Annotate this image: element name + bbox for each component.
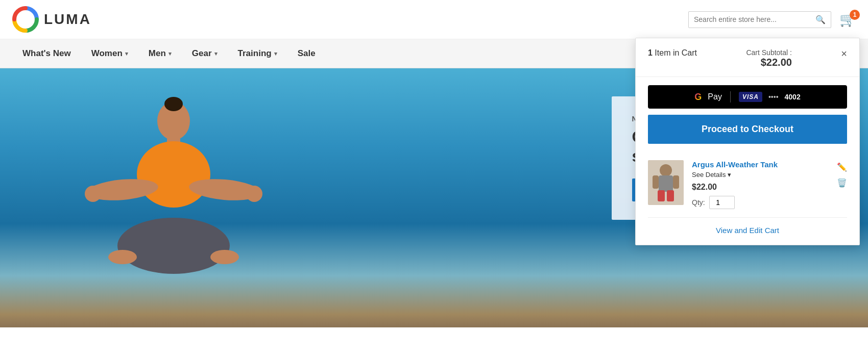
chevron-down-icon: ▾ xyxy=(214,50,218,57)
cart-items-count: 1 Item in Cart xyxy=(648,48,697,58)
svg-point-4 xyxy=(137,141,210,208)
search-box: 🔍 xyxy=(688,11,831,28)
svg-rect-14 xyxy=(658,190,665,201)
cart-item-actions: ✏️ 🗑️ xyxy=(837,160,847,209)
chevron-down-icon: ▾ xyxy=(274,50,277,57)
hero-person-area xyxy=(0,68,347,327)
card-dots: •••• xyxy=(768,93,779,101)
search-input[interactable] xyxy=(694,15,815,23)
cart-button[interactable]: 🛒 1 xyxy=(839,12,856,28)
svg-point-11 xyxy=(210,250,239,264)
page-wrapper: LUMA 🔍 🛒 1 What's New Women ▾ Men ▾ Gear xyxy=(0,0,868,327)
cart-item-image xyxy=(648,160,684,205)
svg-point-8 xyxy=(246,186,262,202)
delete-item-button[interactable]: 🗑️ xyxy=(837,178,847,188)
cart-subtotal-area: Cart Subtotal : $22.00 xyxy=(746,48,792,68)
header-right: 🔍 🛒 1 xyxy=(688,11,856,28)
svg-rect-15 xyxy=(667,190,674,201)
cart-item-price: $22.00 xyxy=(692,183,829,192)
cart-dropdown: 1 Item in Cart Cart Subtotal : $22.00 × … xyxy=(635,38,860,245)
svg-point-12 xyxy=(660,164,672,176)
svg-point-7 xyxy=(85,186,101,202)
svg-point-10 xyxy=(108,250,137,264)
divider xyxy=(730,91,731,103)
gpay-text: Pay xyxy=(708,92,722,101)
product-silhouette xyxy=(648,160,684,205)
chevron-down-icon: ▾ xyxy=(125,50,128,57)
search-button[interactable]: 🔍 xyxy=(815,15,826,24)
see-details-toggle[interactable]: See Details ▾ xyxy=(692,171,829,178)
nav-item-women[interactable]: Women ▾ xyxy=(81,39,138,68)
cart-badge: 1 xyxy=(850,10,860,20)
card-number: 4002 xyxy=(785,93,801,101)
nav-item-men[interactable]: Men ▾ xyxy=(138,39,182,68)
cart-subtotal-label: Cart Subtotal : xyxy=(746,48,792,57)
person-silhouette xyxy=(71,72,276,327)
logo-area: LUMA xyxy=(12,6,91,33)
svg-rect-16 xyxy=(653,175,659,189)
cart-close-button[interactable]: × xyxy=(841,48,847,59)
svg-rect-13 xyxy=(659,175,673,192)
chevron-down-icon: ▾ xyxy=(728,171,731,178)
svg-point-9 xyxy=(117,218,230,274)
logo-text: LUMA xyxy=(44,11,91,28)
visa-chip: VISA xyxy=(739,92,762,102)
nav-item-gear[interactable]: Gear ▾ xyxy=(182,39,228,68)
nav-item-whats-new[interactable]: What's New xyxy=(12,39,81,68)
svg-rect-17 xyxy=(673,175,679,189)
cart-header: 1 Item in Cart Cart Subtotal : $22.00 × xyxy=(636,38,859,77)
site-header: LUMA 🔍 🛒 1 xyxy=(0,0,868,39)
google-pay-button[interactable]: G Pay VISA •••• 4002 xyxy=(648,85,847,109)
quantity-input[interactable] xyxy=(709,196,735,209)
cart-item-name[interactable]: Argus All-Weather Tank xyxy=(692,160,829,169)
cart-item-details: Argus All-Weather Tank See Details ▾ $22… xyxy=(692,160,829,209)
edit-item-button[interactable]: ✏️ xyxy=(837,162,847,172)
cart-item: Argus All-Weather Tank See Details ▾ $22… xyxy=(648,152,847,218)
nav-item-training[interactable]: Training ▾ xyxy=(228,39,287,68)
google-g-icon: G xyxy=(694,92,702,103)
nav-item-sale[interactable]: Sale xyxy=(287,39,326,68)
product-figure xyxy=(650,162,681,203)
cart-item-qty: Qty: xyxy=(692,196,829,209)
checkout-button[interactable]: Proceed to Checkout xyxy=(648,115,847,144)
luma-logo-icon xyxy=(12,6,39,33)
chevron-down-icon: ▾ xyxy=(168,50,172,57)
cart-body: G Pay VISA •••• 4002 Proceed to Checkout xyxy=(636,77,859,245)
cart-subtotal-amount: $22.00 xyxy=(746,57,792,68)
view-cart-link[interactable]: View and Edit Cart xyxy=(648,218,847,237)
svg-point-2 xyxy=(164,97,183,111)
